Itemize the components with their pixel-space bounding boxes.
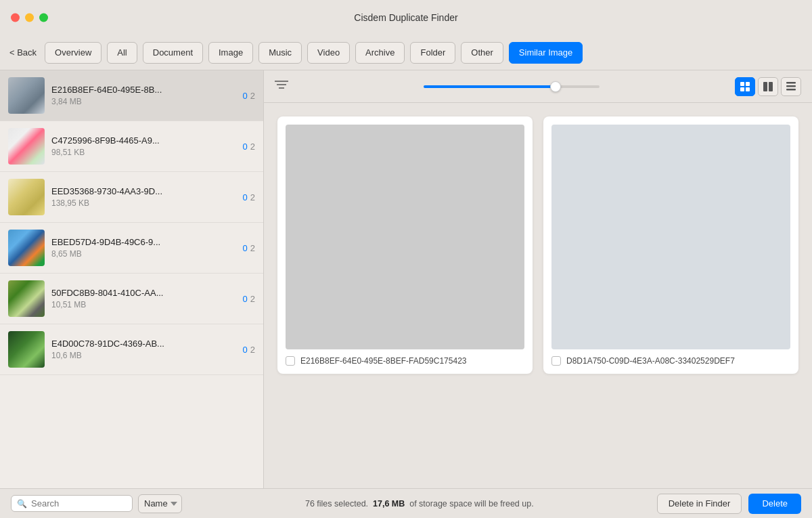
item-size: 10,51 MB <box>51 300 238 309</box>
list-item[interactable]: EED35368-9730-4AA3-9D... 138,95 KB 0 2 <box>0 172 263 223</box>
delete-in-finder-button[interactable]: Delete in Finder <box>657 494 742 514</box>
tab-all[interactable]: All <box>107 42 137 64</box>
image-card-1[interactable]: E216B8EF-64E0-495E-8BEF-FAD59C175423 <box>277 116 533 374</box>
item-badge: 0 2 <box>243 192 255 202</box>
sort-select[interactable]: Name Size Date <box>138 494 182 513</box>
back-button[interactable]: < Back <box>9 47 37 58</box>
statusbar: 🔍 Name Size Date 76 files selected. 17,6… <box>0 488 812 518</box>
list-item[interactable]: 50FDC8B9-8041-410C-AA... 10,51 MB 0 2 <box>0 274 263 324</box>
tab-other[interactable]: Other <box>461 42 503 64</box>
similarity-slider[interactable] <box>296 85 727 88</box>
item-badge: 0 2 <box>243 91 255 101</box>
thumbnail <box>8 77 45 114</box>
item-name: EBED57D4-9D4B-49C6-9... <box>51 237 238 247</box>
item-badge: 0 2 <box>243 345 255 355</box>
tab-folder[interactable]: Folder <box>410 42 455 64</box>
main-content: E216B8EF-64E0-495E-8B... 3,84 MB 0 2 C47… <box>0 70 812 488</box>
minimize-button[interactable] <box>25 14 34 22</box>
image-grid: E216B8EF-64E0-495E-8BEF-FAD59C175423 D8D… <box>264 103 812 488</box>
search-input[interactable] <box>31 498 127 509</box>
svg-rect-11 <box>786 89 796 91</box>
tab-image[interactable]: Image <box>208 42 253 64</box>
svg-rect-3 <box>740 82 744 86</box>
image-filename-2: D8D1A750-C09D-4E3A-A08C-33402529DEF7 <box>566 356 735 366</box>
image-checkbox-2[interactable] <box>551 356 561 366</box>
view-toggle <box>735 77 801 96</box>
tab-archive[interactable]: Archive <box>355 42 405 64</box>
item-name: E4D00C78-91DC-4369-AB... <box>51 339 238 349</box>
thumbnail <box>8 179 45 215</box>
right-panel: E216B8EF-64E0-495E-8BEF-FAD59C175423 D8D… <box>264 70 812 488</box>
svg-rect-8 <box>769 82 773 91</box>
image-preview-1 <box>286 125 524 349</box>
list-item[interactable]: C4725996-8F9B-4465-A9... 98,51 KB 0 2 <box>0 121 263 172</box>
svg-rect-7 <box>763 82 767 91</box>
app-title: Cisdem Duplicate Finder <box>354 12 457 23</box>
thumbnail <box>8 128 45 165</box>
status-text: 76 files selected. 17,6 MB of storage sp… <box>305 499 534 509</box>
item-size: 3,84 MB <box>51 97 238 106</box>
svg-rect-4 <box>746 82 750 86</box>
toolbar: < Back Overview All Document Image Music… <box>0 35 812 70</box>
item-name: EED35368-9730-4AA3-9D... <box>51 186 238 196</box>
grid-view-button[interactable] <box>735 77 755 96</box>
item-size: 10,6 MB <box>51 351 238 360</box>
tab-document[interactable]: Document <box>143 42 203 64</box>
list-item[interactable]: EBED57D4-9D4B-49C6-9... 8,65 MB 0 2 <box>0 223 263 274</box>
filter-icon[interactable] <box>275 79 288 93</box>
tab-similar-image[interactable]: Similar Image <box>509 42 583 64</box>
svg-rect-9 <box>786 82 796 84</box>
item-name: 50FDC8B9-8041-410C-AA... <box>51 288 238 298</box>
item-name: C4725996-8F9B-4465-A9... <box>51 135 238 146</box>
item-name: E216B8EF-64E0-495E-8B... <box>51 85 238 95</box>
thumbnail <box>8 230 45 266</box>
split-view-button[interactable] <box>758 77 778 96</box>
titlebar: Cisdem Duplicate Finder <box>0 0 812 35</box>
image-filename-1: E216B8EF-64E0-495E-8BEF-FAD59C175423 <box>300 356 466 366</box>
image-card-2[interactable]: D8D1A750-C09D-4E3A-A08C-33402529DEF7 <box>543 116 798 374</box>
tab-music[interactable]: Music <box>258 42 302 64</box>
thumbnail <box>8 280 45 317</box>
window-controls <box>11 14 48 22</box>
image-preview-2 <box>551 125 790 349</box>
tab-overview[interactable]: Overview <box>45 42 102 64</box>
right-toolbar <box>264 70 812 103</box>
maximize-button[interactable] <box>39 14 48 22</box>
item-badge: 0 2 <box>243 294 255 304</box>
list-view-button[interactable] <box>781 77 801 96</box>
item-size: 98,51 KB <box>51 148 238 157</box>
svg-rect-5 <box>740 87 744 91</box>
item-size: 8,65 MB <box>51 249 238 259</box>
item-size: 138,95 KB <box>51 198 238 208</box>
item-badge: 0 2 <box>243 243 255 253</box>
svg-rect-6 <box>746 87 750 91</box>
svg-rect-10 <box>786 85 796 87</box>
delete-button[interactable]: Delete <box>748 494 801 514</box>
search-box[interactable]: 🔍 <box>11 495 133 512</box>
left-panel: E216B8EF-64E0-495E-8B... 3,84 MB 0 2 C47… <box>0 70 264 488</box>
tab-video[interactable]: Video <box>307 42 350 64</box>
search-icon: 🔍 <box>17 499 27 509</box>
thumbnail <box>8 331 45 368</box>
item-badge: 0 2 <box>243 142 255 152</box>
list-item[interactable]: E4D00C78-91DC-4369-AB... 10,6 MB 0 2 <box>0 324 263 375</box>
list-item[interactable]: E216B8EF-64E0-495E-8B... 3,84 MB 0 2 <box>0 70 263 121</box>
image-checkbox-1[interactable] <box>286 356 295 366</box>
close-button[interactable] <box>11 14 20 22</box>
